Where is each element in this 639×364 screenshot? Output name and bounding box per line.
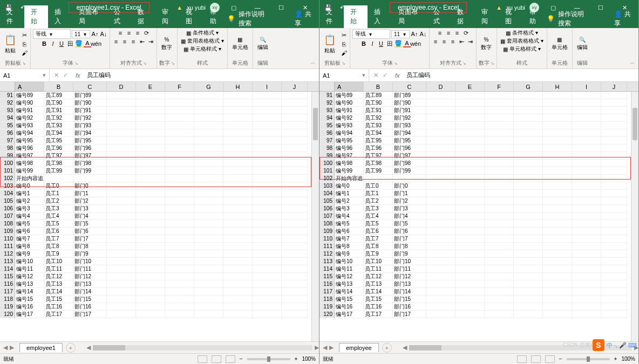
cell[interactable] xyxy=(165,258,194,265)
cell[interactable]: 员工3 xyxy=(364,205,393,212)
cell[interactable] xyxy=(282,250,308,258)
tab-layout[interactable]: 页面布局 xyxy=(72,5,107,28)
cell[interactable]: 部门5 xyxy=(73,220,107,228)
cell[interactable] xyxy=(543,145,572,152)
row-header[interactable]: 92 xyxy=(320,99,335,107)
cell[interactable] xyxy=(485,107,514,114)
cell[interactable]: 部门91 xyxy=(393,107,426,114)
cell[interactable] xyxy=(165,197,194,205)
cell[interactable]: 部门7 xyxy=(393,235,426,243)
cell[interactable] xyxy=(426,167,456,175)
cell[interactable] xyxy=(514,190,543,197)
tab-formulas[interactable]: 公式 xyxy=(107,5,132,28)
cell[interactable]: 编号90 xyxy=(15,99,44,107)
cell[interactable]: 编号95 xyxy=(335,137,364,145)
row-header[interactable]: 119 xyxy=(0,303,15,311)
cell[interactable] xyxy=(223,258,253,265)
zoom-in-icon[interactable]: + xyxy=(295,356,298,362)
cell[interactable]: 员工13 xyxy=(364,280,393,288)
cell[interactable]: 员工91 xyxy=(364,107,393,114)
cell[interactable]: 部门95 xyxy=(73,137,107,145)
cell[interactable]: 部门10 xyxy=(393,258,426,265)
cell[interactable] xyxy=(426,243,456,250)
cell[interactable]: 员工91 xyxy=(44,107,73,114)
cell[interactable] xyxy=(543,122,572,129)
cell[interactable] xyxy=(136,137,165,145)
cell[interactable] xyxy=(426,303,456,311)
cell[interactable] xyxy=(253,250,282,258)
indent-increase-icon[interactable]: ⇥ xyxy=(147,38,154,45)
cell[interactable]: 部门5 xyxy=(393,220,426,228)
cell[interactable]: 员工10 xyxy=(44,258,73,265)
cell[interactable] xyxy=(543,243,572,250)
cell[interactable]: 编号98 xyxy=(15,160,44,167)
cell[interactable] xyxy=(601,114,627,122)
cell[interactable] xyxy=(485,303,514,311)
cell[interactable] xyxy=(107,122,136,129)
col-header-B[interactable]: B xyxy=(364,82,393,91)
cell[interactable] xyxy=(485,152,514,160)
cell[interactable] xyxy=(572,160,601,167)
cell[interactable] xyxy=(223,303,253,311)
cell[interactable] xyxy=(426,145,456,152)
cell[interactable]: 员工15 xyxy=(44,296,73,303)
cell[interactable] xyxy=(572,228,601,235)
cell[interactable] xyxy=(253,167,282,175)
cell[interactable] xyxy=(223,265,253,273)
dialog-launcher-icon[interactable]: ↘ xyxy=(491,61,494,66)
cell[interactable] xyxy=(426,220,456,228)
cell[interactable]: 员工6 xyxy=(364,228,393,235)
font-color-icon[interactable]: A xyxy=(403,40,411,47)
cell[interactable]: 部门14 xyxy=(73,288,107,296)
cell[interactable] xyxy=(456,197,485,205)
cell[interactable]: 员工16 xyxy=(364,303,393,311)
cell[interactable] xyxy=(601,175,627,182)
cell[interactable]: 编号15 xyxy=(15,296,44,303)
indent-decrease-icon[interactable]: ⇤ xyxy=(458,38,465,45)
scroll-left-icon[interactable]: ◀ xyxy=(86,344,91,351)
page-break-view-icon[interactable] xyxy=(545,355,555,363)
col-header-F[interactable]: F xyxy=(485,82,514,91)
cell[interactable]: 编号7 xyxy=(15,235,44,243)
cell[interactable] xyxy=(165,265,194,273)
cell[interactable] xyxy=(572,311,601,318)
tab-insert[interactable]: 插入 xyxy=(48,5,72,28)
cell[interactable] xyxy=(165,122,194,129)
cell[interactable]: 部门6 xyxy=(73,228,107,235)
cell[interactable] xyxy=(253,137,282,145)
cell[interactable] xyxy=(456,182,485,190)
cell[interactable]: 部门99 xyxy=(73,167,107,175)
cell[interactable] xyxy=(136,129,165,137)
cell[interactable] xyxy=(514,122,543,129)
cell[interactable] xyxy=(543,107,572,114)
cell[interactable]: 编号91 xyxy=(15,107,44,114)
cell[interactable] xyxy=(107,107,136,114)
cell[interactable]: 部门93 xyxy=(393,122,426,129)
cell[interactable] xyxy=(165,212,194,220)
col-header-C[interactable]: C xyxy=(73,82,107,91)
cell[interactable] xyxy=(456,311,485,318)
tellme-icon[interactable]: 💡 xyxy=(227,15,235,23)
cell[interactable]: 编号15 xyxy=(335,296,364,303)
cell[interactable]: 编号12 xyxy=(335,273,364,280)
border-icon[interactable]: 田 xyxy=(386,40,393,47)
cell[interactable] xyxy=(485,190,514,197)
row-header[interactable]: 99 xyxy=(0,152,15,160)
cell[interactable]: 部门7 xyxy=(73,235,107,243)
cell[interactable] xyxy=(543,296,572,303)
cell[interactable] xyxy=(514,107,543,114)
cell[interactable]: 部门11 xyxy=(393,265,426,273)
cell[interactable] xyxy=(456,190,485,197)
cell[interactable] xyxy=(194,99,223,107)
cell[interactable] xyxy=(543,92,572,99)
cell[interactable]: 部门8 xyxy=(393,243,426,250)
cell[interactable] xyxy=(165,190,194,197)
row-header[interactable]: 99 xyxy=(320,152,335,160)
cell[interactable] xyxy=(364,175,393,182)
cell[interactable] xyxy=(223,280,253,288)
row-header[interactable]: 95 xyxy=(0,122,15,129)
cell[interactable] xyxy=(282,182,308,190)
align-right-icon[interactable]: ≡ xyxy=(449,38,457,45)
cell[interactable] xyxy=(194,167,223,175)
cell[interactable]: 员工5 xyxy=(364,220,393,228)
